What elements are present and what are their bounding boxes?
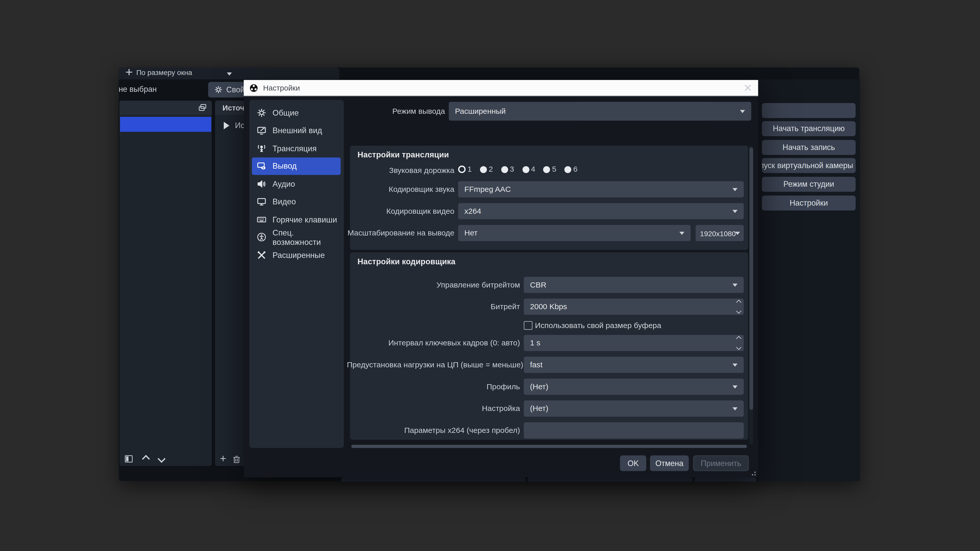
x264-options-label: Параметры x264 (через пробел)	[347, 426, 520, 435]
cancel-button[interactable]: Отмена	[650, 455, 689, 471]
radio-track-3[interactable]: 3	[501, 165, 514, 174]
cpu-preset-dropdown[interactable]: fast	[524, 357, 744, 373]
rescale-label: Масштабирование на выводе	[269, 229, 454, 237]
accessibility-icon	[257, 232, 266, 242]
audio-track-radios: 1 2 3 4 5 6	[458, 165, 586, 174]
tune-dropdown[interactable]: (Нет)	[524, 400, 744, 417]
bottom-dock-edge	[694, 477, 757, 482]
settings-label: Настройки	[790, 199, 828, 207]
profile-dropdown[interactable]: (Нет)	[524, 379, 744, 395]
radio-track-5[interactable]: 5	[543, 165, 556, 174]
settings-button[interactable]: Настройки	[762, 196, 856, 211]
ok-button[interactable]: OK	[620, 455, 646, 471]
trash-icon[interactable]	[232, 455, 241, 464]
output-mode-value: Расширенный	[455, 107, 506, 116]
radio-icon	[565, 166, 571, 173]
custom-buffer-label: Использовать свой размер буфера	[535, 321, 722, 330]
radio-track-2[interactable]: 2	[480, 165, 493, 174]
close-icon[interactable]	[742, 83, 753, 93]
chevron-down-icon[interactable]	[227, 73, 232, 76]
bitrate-spinbox[interactable]: 2000 Kbps	[524, 299, 744, 315]
gear-icon	[215, 86, 223, 94]
chevron-down-icon	[735, 231, 740, 234]
start-streaming-button[interactable]: Начать трансляцию	[762, 121, 856, 136]
control-dock-button-blank[interactable]	[762, 103, 856, 118]
sidebar-item-label: Расширенные	[272, 250, 325, 260]
chevron-down-icon	[736, 345, 741, 350]
add-source-icon[interactable]: +	[220, 455, 226, 464]
sidebar-item-label: Трансляция	[272, 143, 317, 153]
horizontal-scrollbar-thumb[interactable]	[351, 445, 747, 448]
start-recording-button[interactable]: Начать запись	[762, 140, 856, 155]
keyint-spinbox[interactable]: 1 s	[524, 335, 744, 351]
chevron-down-icon	[679, 231, 684, 234]
panel-toggle-icon[interactable]	[124, 455, 133, 463]
vertical-scrollbar-thumb[interactable]	[749, 148, 753, 410]
custom-buffer-checkbox[interactable]	[524, 321, 532, 330]
sidebar-item-label: Вывод	[272, 161, 297, 171]
dialog-title: Настройки	[263, 83, 300, 92]
audio-encoder-label: Кодировщик звука	[294, 185, 454, 194]
chevron-up-icon	[736, 300, 741, 305]
vertical-scrollbar[interactable]	[749, 146, 753, 445]
horizontal-scrollbar[interactable]	[350, 444, 748, 448]
chevron-down-icon	[732, 407, 738, 410]
output-icon	[257, 161, 266, 171]
video-icon	[257, 197, 266, 206]
audio-track-label: Звуковая дорожка	[294, 166, 454, 175]
encoder-settings-title: Настройки кодировщика	[358, 257, 455, 266]
control-dock: Начать трансляцию Начать запись Запуск в…	[757, 79, 860, 481]
radio-track-1[interactable]: 1	[458, 165, 472, 174]
play-triangle-icon	[224, 122, 229, 129]
dialog-sidebar: Общие Внешний вид Трансляция	[249, 100, 344, 448]
radio-icon	[501, 166, 508, 173]
chevron-down-icon	[740, 110, 745, 113]
sidebar-item-advanced[interactable]: Расширенные	[252, 246, 341, 264]
preview-zoom-select[interactable]: По размеру окна	[136, 68, 192, 76]
rate-control-dropdown[interactable]: CBR	[524, 277, 744, 293]
no-source-label: Источник не выбран	[119, 85, 157, 94]
advanced-icon	[257, 250, 266, 260]
sidebar-item-appearance[interactable]: Внешний вид	[252, 121, 341, 139]
move-up-icon[interactable]	[142, 455, 150, 463]
bottom-dock-edge	[527, 477, 693, 482]
output-mode-label: Режим вывода	[325, 107, 445, 116]
rescale-resolution-dropdown[interactable]: 1920x1080	[696, 225, 744, 241]
sidebar-item-label: Внешний вид	[272, 125, 322, 135]
windows-icon[interactable]	[198, 103, 207, 112]
dialog-titlebar[interactable]: Настройки	[244, 80, 758, 96]
desktop: По размеру окна Источник не выбран Свойс…	[0, 0, 980, 551]
profile-label: Профиль	[347, 383, 520, 391]
audio-encoder-dropdown[interactable]: FFmpeg AAC	[458, 181, 744, 197]
sidebar-item-label: Общие	[272, 108, 299, 117]
video-encoder-dropdown[interactable]: x264	[458, 203, 744, 219]
apply-button[interactable]: Применить	[693, 455, 749, 471]
scenes-dock	[119, 100, 212, 467]
appearance-icon	[257, 125, 266, 135]
sidebar-item-stream[interactable]: Трансляция	[252, 139, 341, 157]
start-streaming-label: Начать трансляцию	[773, 124, 845, 133]
resize-grip[interactable]	[749, 469, 756, 475]
gear-icon	[257, 108, 266, 117]
x264-options-input[interactable]	[524, 422, 744, 439]
chevron-down-icon	[732, 363, 738, 366]
selected-scene-row[interactable]	[120, 117, 211, 132]
chevron-down-icon	[732, 385, 738, 388]
virtual-camera-label: Запуск виртуальной камеры	[762, 161, 853, 170]
studio-mode-button[interactable]: Режим студии	[762, 177, 856, 192]
chevron-up-icon	[736, 336, 741, 341]
rescale-dropdown[interactable]: Нет	[458, 225, 690, 241]
output-mode-dropdown[interactable]: Расширенный	[449, 102, 751, 121]
move-icon	[126, 68, 132, 76]
spinner-buttons[interactable]	[734, 299, 743, 314]
start-virtual-camera-button[interactable]: Запуск виртуальной камеры	[762, 158, 856, 173]
sidebar-item-label: Горячие клавиши	[272, 214, 337, 224]
spinner-buttons[interactable]	[734, 335, 743, 351]
studio-mode-label: Режим студии	[783, 180, 834, 189]
bottom-dock-edge	[341, 477, 526, 482]
radio-track-6[interactable]: 6	[565, 165, 578, 174]
move-down-icon[interactable]	[158, 455, 165, 463]
chevron-down-icon	[732, 210, 738, 213]
broadcast-icon	[257, 143, 266, 153]
radio-track-4[interactable]: 4	[522, 165, 535, 174]
